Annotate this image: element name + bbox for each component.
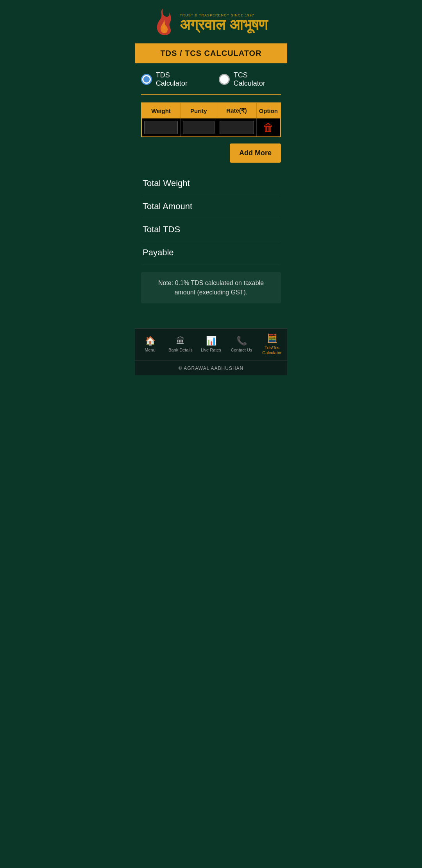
trash-icon: 🗑 (263, 121, 274, 134)
summary-section: Total Weight Total Amount Total TDS Paya… (141, 172, 281, 264)
main-content: TDS Calculator TCS Calculator Weight Pur… (135, 63, 287, 328)
purity-cell (180, 118, 217, 137)
input-table: Weight Purity Rate(₹) Option 🗑 (141, 102, 281, 137)
brand-name: अग्रवाल आभूषण (180, 17, 268, 32)
rate-cell (217, 118, 256, 137)
nav-menu-label: Menu (145, 348, 156, 353)
total-weight-row: Total Weight (141, 172, 281, 195)
bank-icon: 🏛 (176, 336, 185, 346)
tcs-radio-label: TCS Calculator (234, 71, 281, 88)
app-footer: © AGRAWAL AABHUSHAN (135, 360, 287, 375)
weight-column-header: Weight (141, 103, 180, 118)
copyright-text: © AGRAWAL AABHUSHAN (179, 366, 244, 371)
nav-bank-details[interactable]: 🏛 Bank Details (165, 329, 196, 360)
note-text: Note: 0.1% TDS calculated on taxable amo… (147, 278, 275, 297)
option-column-header: Option (256, 103, 281, 118)
title-bar: TDS / TCS CALCULATOR (135, 43, 287, 63)
weight-input[interactable] (144, 121, 178, 134)
page-title: TDS / TCS CALCULATOR (160, 49, 261, 57)
add-more-container: Add More (141, 143, 281, 163)
nav-bank-details-label: Bank Details (168, 348, 193, 353)
nav-live-rates[interactable]: 📊 Live Rates (196, 329, 226, 360)
phone-icon: 📞 (236, 336, 247, 346)
nav-live-rates-label: Live Rates (201, 348, 221, 353)
nav-contact-us[interactable]: 📞 Contact Us (226, 329, 257, 360)
payable-row: Payable (141, 241, 281, 264)
nav-tds-tcs-calculator[interactable]: 🧮 Tds/TcsCalculator (257, 329, 287, 360)
logo-container: TRUST & TRASPERENCY SINCE 1997 अग्रवाल आ… (154, 8, 268, 37)
note-box: Note: 0.1% TDS calculated on taxable amo… (141, 272, 281, 303)
calculator-type-selector: TDS Calculator TCS Calculator (141, 71, 281, 88)
total-weight-label: Total Weight (143, 178, 190, 188)
delete-row-button[interactable]: 🗑 (259, 121, 278, 134)
radio-divider (141, 94, 281, 95)
payable-label: Payable (143, 247, 174, 257)
purity-input[interactable] (183, 121, 215, 134)
nav-tds-tcs-label: Tds/TcsCalculator (262, 345, 282, 355)
home-icon: 🏠 (145, 336, 156, 346)
calculator-icon: 🧮 (267, 334, 277, 344)
logo-text: TRUST & TRASPERENCY SINCE 1997 अग्रवाल आ… (180, 13, 268, 32)
rate-column-header: Rate(₹) (217, 103, 256, 118)
app-header: TRUST & TRASPERENCY SINCE 1997 अग्रवाल आ… (135, 0, 287, 43)
nav-menu[interactable]: 🏠 Menu (135, 329, 165, 360)
tcs-radio-option[interactable]: TCS Calculator (219, 71, 281, 88)
chart-icon: 📊 (206, 336, 216, 346)
tcs-radio-button[interactable] (219, 74, 230, 85)
option-cell: 🗑 (256, 118, 281, 137)
rate-input[interactable] (220, 121, 254, 134)
add-more-button[interactable]: Add More (230, 143, 281, 163)
flame-logo-icon (154, 8, 176, 37)
total-tds-label: Total TDS (143, 224, 180, 234)
total-amount-label: Total Amount (143, 201, 192, 211)
tds-radio-option[interactable]: TDS Calculator (141, 71, 203, 88)
bottom-navigation: 🏠 Menu 🏛 Bank Details 📊 Live Rates 📞 Con… (135, 328, 287, 360)
nav-contact-us-label: Contact Us (231, 348, 252, 353)
total-tds-row: Total TDS (141, 218, 281, 241)
table-row: 🗑 (141, 118, 281, 137)
tds-radio-button[interactable] (141, 74, 152, 85)
weight-cell (141, 118, 180, 137)
tds-radio-label: TDS Calculator (156, 71, 203, 88)
total-amount-row: Total Amount (141, 195, 281, 218)
purity-column-header: Purity (180, 103, 217, 118)
